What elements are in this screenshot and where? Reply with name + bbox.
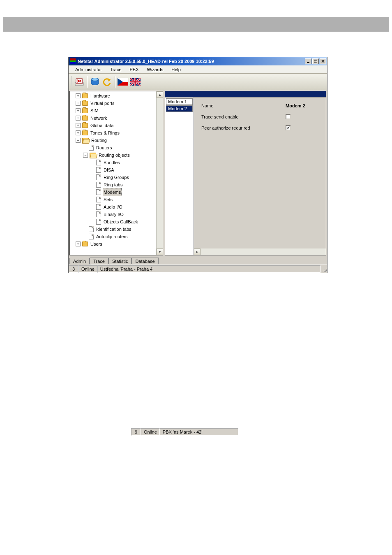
tree-item[interactable]: Routing [71,137,163,144]
detail-row: NameModem 2 [201,103,323,108]
folder-icon [82,101,88,106]
tree-item[interactable]: Ring tabs [71,181,163,188]
svg-rect-2 [314,60,317,60]
tree-item[interactable]: Audio I/O [71,203,163,211]
tree-item[interactable]: Virtual ports [71,100,163,107]
modem-list-item[interactable]: Modem 2 [166,105,193,112]
tree-item-label: Global data [90,122,114,129]
tree-item-label: Tones & Rings [90,129,120,137]
expand-icon[interactable] [76,123,81,128]
folder-open-icon [90,153,96,158]
tree-item-label: Sets [103,196,113,203]
folder-icon [82,130,88,135]
window-title: Netstar Administrator 2.5.0.55.0_HEAD-re… [78,59,304,64]
folder-icon [82,108,88,113]
menu-administrator[interactable]: Administrator [71,66,106,73]
maximize-button[interactable] [312,58,319,64]
expand-icon[interactable] [76,130,81,135]
menu-wizards[interactable]: Wizards [143,66,168,73]
collapse-icon[interactable] [76,138,81,143]
status-text: Ústředna 'Praha - Praha 4' [97,265,321,273]
tree-item[interactable]: Routers [71,144,163,151]
titlebar: Netstar Administrator 2.5.0.55.0_HEAD-re… [69,57,327,65]
window-controls [304,58,326,64]
exit-icon[interactable] [74,76,85,88]
collapse-icon[interactable] [83,153,88,158]
database-icon[interactable] [89,76,101,88]
mini-status-count: 9 [131,428,141,436]
page-icon [96,189,101,195]
expand-icon[interactable] [76,108,81,113]
right-panel: Modem 1Modem 2 NameModem 2Trace send ena… [165,91,326,255]
page-icon [96,167,101,173]
tree-item-label: Ring tabs [103,181,123,188]
expand-icon[interactable] [76,93,81,98]
flag-cz-icon[interactable] [117,76,129,88]
tree-scrollbar[interactable]: ▲ ▼ [156,91,163,255]
detail-row: Trace send enable [201,114,323,119]
toolbar [69,74,327,90]
status-count: 3 [69,265,78,273]
tab-trace[interactable]: Trace [90,258,108,265]
expand-icon[interactable] [76,116,81,121]
tree-item-label: Network [90,114,108,122]
tree-item[interactable]: SIM [71,107,163,114]
flag-uk-icon[interactable] [129,76,141,88]
tree-item-label: SIM [90,107,99,114]
horizontal-scrollbar[interactable]: ◄ ► [194,248,326,255]
checkbox[interactable]: ✔ [286,125,291,130]
menu-trace[interactable]: Trace [106,66,126,73]
tree-item[interactable]: Autoclip routers [71,233,163,240]
resize-grip-icon[interactable] [321,266,327,272]
menu-pbx[interactable]: PBX [126,66,143,73]
expand-icon[interactable] [76,242,81,246]
tree-item[interactable]: Hardware [71,92,163,100]
tree-item[interactable]: Network [71,114,163,122]
tree-item[interactable]: Routing objects [71,151,163,159]
tree-item-label: Bundles [103,159,121,166]
minimize-button[interactable] [305,58,311,64]
tree-item[interactable]: Sets [71,196,163,203]
detail-pane: NameModem 2Trace send enablePeer authori… [194,98,326,255]
page-icon [96,174,101,180]
page-header-bar [3,17,389,32]
app-body: HardwareVirtual portsSIMNetworkGlobal da… [69,90,327,256]
tree-item[interactable]: Tones & Rings [71,129,163,137]
tree-item[interactable]: Objects CallBack [71,218,163,225]
modem-list-item[interactable]: Modem 1 [166,98,193,105]
scroll-up-icon[interactable]: ▲ [157,91,163,98]
tree-item[interactable]: Ring Groups [71,174,163,181]
tree-item[interactable]: DISA [71,166,163,174]
tree-item-label: Users [90,240,103,248]
checkbox[interactable] [286,114,291,119]
scroll-right-icon[interactable]: ► [194,248,201,255]
expand-icon[interactable] [76,101,81,106]
tree-item[interactable]: Modems [71,188,163,196]
folder-icon [82,116,88,121]
folder-icon [82,93,88,98]
tree-item-label: Routing objects [98,151,131,159]
undo-icon[interactable] [101,76,113,88]
folder-icon [82,242,88,246]
modem-list: Modem 1Modem 2 [165,98,194,255]
tree-item[interactable]: Global data [71,122,163,129]
detail-label: Name [201,103,286,108]
menu-help[interactable]: Help [167,66,185,73]
tree-item-label: Virtual ports [90,100,115,107]
close-button[interactable] [320,58,326,64]
tab-admin[interactable]: Admin [69,258,90,265]
page-icon [89,226,94,232]
tree-item[interactable]: Bundles [71,159,163,166]
tree-item-label: Routing [90,137,108,144]
scroll-down-icon[interactable]: ▼ [157,248,163,255]
tree-item[interactable]: Identification tabs [71,225,163,233]
page-icon [89,145,94,151]
mini-status-text: PBX 'ns Marek - 42' [160,428,238,436]
tab-database[interactable]: Database [131,258,158,265]
tree-item-label: Objects CallBack [103,218,139,225]
folder-icon [82,123,88,128]
tree-item-label: Audio I/O [103,203,123,211]
tab-statistic[interactable]: Statistic [108,258,132,265]
tree-item[interactable]: Binary I/O [71,211,163,218]
tree-item[interactable]: Users [71,240,163,248]
